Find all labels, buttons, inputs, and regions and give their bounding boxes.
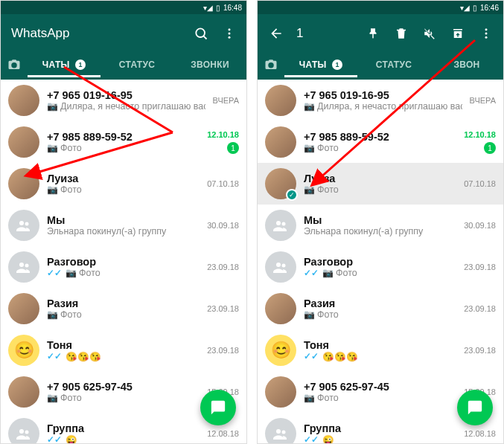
tab-chats-label: ЧАТЫ [299, 59, 327, 70]
tab-chats[interactable]: ЧАТЫ 1 [28, 52, 101, 77]
chat-name: +7 985 889-59-52 [304, 131, 456, 143]
back-icon[interactable] [268, 25, 284, 42]
read-ticks-icon: ✓✓ [304, 351, 319, 361]
chat-row[interactable]: Разия📷 Фото23.09.18 [258, 288, 503, 329]
avatar[interactable] [8, 126, 39, 158]
chat-preview: 📷 Диляра, я нечасто приглашаю вас куда-н… [47, 101, 205, 112]
avatar[interactable] [8, 210, 39, 241]
avatar[interactable] [265, 376, 296, 408]
chat-name: +7 905 625-97-45 [47, 381, 200, 393]
chat-name: Группа [304, 422, 456, 434]
chat-row[interactable]: Разговор✓✓📷 Фото23.09.18 [258, 246, 503, 288]
photo-preview-icon: 📷 [322, 268, 334, 278]
new-chat-fab[interactable] [457, 390, 493, 425]
tab-chats-badge: 1 [75, 59, 86, 70]
read-ticks-icon: ✓✓ [304, 434, 319, 443]
chat-row[interactable]: Луиза📷 Фото07.10.18 [1, 163, 246, 205]
tab-status[interactable]: СТАТУС [101, 52, 173, 77]
unread-badge: 1 [484, 142, 496, 154]
avatar[interactable] [265, 85, 296, 116]
chat-time: 23.09.18 [207, 304, 239, 313]
chat-row[interactable]: Мы Эльнара покинул(-а) группу30.09.18 [1, 205, 246, 246]
chat-row[interactable]: ✓Луиза📷 Фото07.10.18 [258, 163, 503, 205]
more-icon[interactable] [221, 25, 237, 42]
chat-row[interactable]: +7 965 019-16-95📷 Диляра, я нечасто приг… [258, 80, 503, 121]
tab-bar: ЧАТЫ 1 СТАТУС ЗВОНКИ [1, 50, 246, 80]
avatar[interactable]: 😊 [265, 335, 296, 366]
avatar[interactable] [8, 293, 39, 324]
svg-point-13 [485, 36, 488, 39]
camera-tab-icon[interactable] [258, 57, 284, 73]
phone-left: ▾◢ ▯ 16:48 WhatsApp ЧАТЫ 1 СТАТУС ЗВОНКИ [0, 0, 247, 444]
chat-time: 07.10.18 [207, 179, 239, 188]
avatar[interactable] [8, 85, 39, 116]
search-icon[interactable] [193, 25, 209, 42]
chat-row[interactable]: 😊Тоня✓✓ 😘😘😘23.09.18 [1, 329, 246, 371]
chat-row[interactable]: Мы Эльнара покинул(-а) группу30.09.18 [258, 205, 503, 246]
chat-preview: 📷 Фото [47, 184, 200, 195]
chat-time: 23.09.18 [207, 263, 239, 271]
svg-point-8 [25, 264, 29, 268]
chat-preview: ✓✓ 😜 [47, 434, 200, 444]
tab-status[interactable]: СТАТУС [357, 52, 430, 77]
photo-preview-icon: 📷 [47, 143, 58, 153]
chat-row[interactable]: +7 965 019-16-95📷 Диляра, я нечасто приг… [1, 80, 246, 121]
avatar[interactable] [265, 418, 296, 443]
svg-point-17 [282, 264, 286, 268]
avatar[interactable] [265, 126, 296, 158]
chat-list[interactable]: +7 965 019-16-95📷 Диляра, я нечасто приг… [258, 80, 503, 443]
avatar[interactable]: ✓ [265, 168, 296, 199]
avatar[interactable] [265, 210, 296, 241]
chat-name: Разговор [304, 256, 456, 268]
mute-icon[interactable] [421, 25, 438, 42]
chat-list[interactable]: +7 965 019-16-95📷 Диляра, я нечасто приг… [1, 80, 246, 443]
photo-preview-icon: 📷 [304, 309, 315, 320]
tab-chats-badge: 1 [332, 59, 342, 70]
chat-row[interactable]: 😊Тоня✓✓ 😘😘😘23.09.18 [258, 329, 503, 371]
svg-point-6 [25, 222, 29, 226]
chat-name: Тоня [304, 339, 456, 351]
svg-point-11 [485, 28, 488, 30]
read-ticks-icon: ✓✓ [47, 268, 62, 278]
pin-icon[interactable] [365, 25, 381, 42]
unread-badge: 1 [227, 142, 239, 154]
chat-row[interactable]: Разговор✓✓📷 Фото23.09.18 [1, 246, 246, 288]
read-ticks-icon: ✓✓ [47, 434, 62, 443]
chat-time: 07.10.18 [464, 179, 496, 188]
chat-time: 23.09.18 [207, 346, 239, 355]
avatar[interactable] [8, 418, 39, 443]
chat-name: +7 965 019-16-95 [304, 89, 462, 101]
read-ticks-icon: ✓✓ [304, 268, 319, 278]
chat-row[interactable]: Разия📷 Фото23.09.18 [1, 288, 246, 329]
avatar[interactable] [8, 376, 39, 408]
chat-time: 12.10.18 [207, 130, 239, 139]
avatar[interactable] [8, 168, 39, 199]
delete-icon[interactable] [393, 25, 409, 42]
photo-preview-icon: 📷 [47, 184, 58, 195]
avatar[interactable] [265, 251, 296, 283]
chat-preview: 📷 Фото [47, 393, 200, 403]
new-chat-fab[interactable] [200, 390, 236, 425]
chat-row[interactable]: +7 985 889-59-52📷 Фото12.10.181 [1, 121, 246, 163]
camera-tab-icon[interactable] [1, 57, 28, 73]
tab-calls[interactable]: ЗВОН [430, 52, 503, 77]
battery-icon: ▯ [216, 4, 220, 12]
status-bar: ▾◢ ▯ 16:48 [1, 1, 246, 14]
chat-row[interactable]: +7 985 889-59-52📷 Фото12.10.181 [258, 121, 503, 163]
chat-preview: Эльнара покинул(-а) группу [47, 226, 200, 237]
photo-preview-icon: 📷 [47, 393, 58, 403]
read-ticks-icon: ✓✓ [47, 351, 62, 361]
tab-calls[interactable]: ЗВОНКИ [173, 52, 246, 77]
avatar[interactable] [265, 293, 296, 324]
chat-preview: ✓✓📷 Фото [304, 268, 456, 278]
chat-name: Луиза [304, 173, 456, 184]
avatar[interactable]: 😊 [8, 335, 39, 366]
more-icon[interactable] [478, 25, 494, 42]
svg-point-0 [196, 28, 205, 37]
chat-name: +7 905 625-97-45 [304, 381, 456, 393]
chat-name: +7 965 019-16-95 [47, 89, 205, 101]
chat-name: Разия [47, 297, 200, 309]
tab-chats[interactable]: ЧАТЫ 1 [284, 52, 357, 77]
avatar[interactable] [8, 251, 39, 283]
archive-icon[interactable] [450, 25, 466, 42]
